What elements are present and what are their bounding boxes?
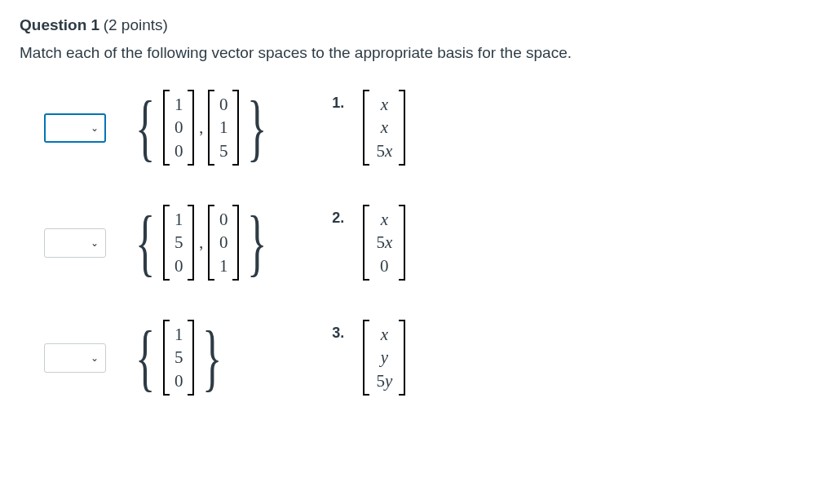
- vector-entry: 0: [218, 208, 229, 231]
- vector-entry: 0: [218, 93, 229, 116]
- vector-entry: 0: [173, 369, 184, 392]
- basis-set: {150,001}: [127, 205, 275, 281]
- match-row: ⌄{150,001}: [44, 205, 275, 281]
- vector-entry: 0: [173, 139, 184, 162]
- match-area: ⌄{100,015}⌄{150,001}⌄{150} 1.xx5x2.x5x03…: [20, 90, 815, 396]
- option-row: 2.x5x0: [332, 205, 405, 281]
- vector-entry: 0: [173, 254, 184, 277]
- vector-entry: 1: [173, 208, 184, 231]
- option-number: 3.: [332, 320, 348, 342]
- chevron-down-icon: ⌄: [91, 122, 99, 134]
- match-dropdown-2[interactable]: ⌄: [44, 228, 106, 258]
- question-instructions: Match each of the following vector space…: [20, 44, 815, 62]
- vector-entry: y: [373, 346, 395, 369]
- match-dropdown-1[interactable]: ⌄: [44, 113, 106, 143]
- chevron-down-icon: ⌄: [91, 352, 99, 364]
- basis-set: {150}: [127, 320, 230, 396]
- option-row: 1.xx5x: [332, 90, 405, 166]
- option-number: 2.: [332, 205, 348, 227]
- vector-entry: 5y: [373, 369, 395, 392]
- vector-entry: 5: [218, 139, 229, 162]
- right-column: 1.xx5x2.x5x03.xy5y: [332, 90, 405, 396]
- vector-entry: 1: [173, 323, 184, 346]
- vector-entry: 5x: [373, 231, 395, 254]
- basis-set: {100,015}: [127, 90, 275, 166]
- vector-entry: 1: [218, 116, 229, 139]
- option-number: 1.: [332, 90, 348, 112]
- vector-entry: x: [373, 116, 395, 139]
- match-dropdown-3[interactable]: ⌄: [44, 343, 106, 373]
- chevron-down-icon: ⌄: [91, 237, 99, 249]
- left-column: ⌄{100,015}⌄{150,001}⌄{150}: [44, 90, 275, 396]
- vector-entry: x: [373, 208, 395, 231]
- option-row: 3.xy5y: [332, 320, 405, 396]
- vector-entry: 1: [218, 254, 229, 277]
- match-row: ⌄{150}: [44, 320, 275, 396]
- vector-entry: 0: [218, 231, 229, 254]
- question-points: (2 points): [104, 16, 168, 33]
- vector-entry: 1: [173, 93, 184, 116]
- match-row: ⌄{100,015}: [44, 90, 275, 166]
- vector-entry: 5x: [373, 139, 395, 162]
- vector-entry: x: [373, 323, 395, 346]
- vector-entry: 0: [373, 254, 395, 277]
- vector-entry: x: [373, 93, 395, 116]
- vector-entry: 0: [173, 116, 184, 139]
- vector-entry: 5: [173, 346, 184, 369]
- vector-entry: 5: [173, 231, 184, 254]
- question-label: Question 1: [20, 16, 99, 33]
